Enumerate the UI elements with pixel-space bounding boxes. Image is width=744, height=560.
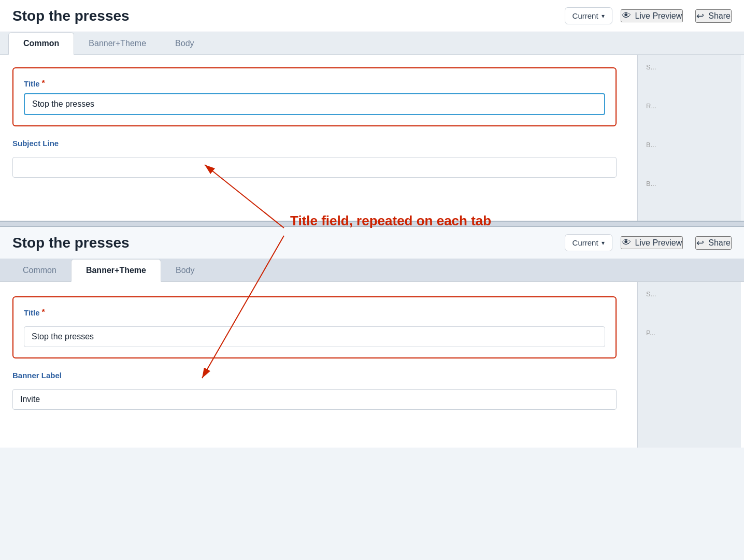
top-section: Stop the presses Current ▾ 👁 Live Previe…	[0, 0, 744, 221]
bottom-tabs: Common Banner+Theme Body	[0, 259, 744, 282]
top-title-required-star: *	[42, 79, 45, 88]
bottom-section: Stop the presses Current ▾ 👁 Live Previe…	[0, 227, 744, 448]
top-right-panel-hint1: S...	[646, 63, 733, 71]
top-subject-line-section: Subject Line	[12, 139, 617, 178]
bottom-share-button[interactable]: ↪ Share	[695, 236, 732, 250]
top-subject-line-input[interactable]	[12, 157, 617, 178]
bottom-share-label: Share	[708, 238, 731, 248]
bottom-banner-label-label: Banner Label	[12, 371, 617, 380]
bottom-tab-banner-theme[interactable]: Banner+Theme	[71, 259, 161, 282]
top-dropdown-label: Current	[573, 11, 598, 20]
bottom-current-dropdown[interactable]: Current ▾	[565, 234, 612, 251]
top-title-section: Title *	[12, 67, 617, 126]
bottom-page-title: Stop the presses	[12, 235, 556, 251]
top-header-actions: 👁 Live Preview ↪ Share	[621, 9, 732, 23]
top-tab-common[interactable]: Common	[8, 32, 74, 55]
bottom-banner-label-input[interactable]	[12, 389, 617, 410]
top-tab-body[interactable]: Body	[161, 33, 208, 54]
bottom-title-required-star: *	[42, 308, 45, 317]
top-right-panel-hint3: B...	[646, 141, 733, 149]
top-current-dropdown[interactable]: Current ▾	[565, 7, 612, 24]
top-title-label: Title *	[24, 79, 605, 88]
bottom-tab-body[interactable]: Body	[161, 260, 209, 281]
top-dropdown-chevron-icon: ▾	[602, 12, 605, 20]
top-share-icon: ↪	[696, 10, 704, 22]
top-right-panel-hint4: B...	[646, 180, 733, 188]
bottom-right-panel: S... P...	[637, 282, 741, 448]
bottom-dropdown-label: Current	[573, 238, 598, 247]
top-right-panel: S... R... B... B...	[637, 55, 741, 221]
top-share-label: Share	[708, 11, 731, 21]
bottom-live-preview-label: Live Preview	[635, 238, 682, 248]
bottom-title-input[interactable]	[24, 326, 605, 347]
bottom-tab-common[interactable]: Common	[8, 260, 71, 281]
bottom-dropdown-chevron-icon: ▾	[602, 239, 605, 247]
bottom-title-section: Title *	[12, 296, 617, 358]
top-share-button[interactable]: ↪ Share	[695, 9, 732, 23]
bottom-right-panel-hint1: S...	[646, 290, 733, 298]
bottom-title-label: Title *	[24, 308, 605, 317]
bottom-share-icon: ↪	[696, 237, 704, 249]
bottom-live-preview-button[interactable]: 👁 Live Preview	[621, 236, 683, 249]
bottom-right-panel-hint2: P...	[646, 329, 733, 337]
top-tabs: Common Banner+Theme Body	[0, 32, 744, 55]
top-live-preview-button[interactable]: 👁 Live Preview	[621, 9, 683, 22]
bottom-banner-label-section: Banner Label	[12, 371, 617, 410]
top-live-preview-label: Live Preview	[635, 11, 682, 21]
top-title-input[interactable]	[24, 93, 605, 115]
top-tab-banner-theme[interactable]: Banner+Theme	[74, 33, 161, 54]
top-page-title: Stop the presses	[12, 8, 556, 24]
section-divider	[0, 221, 744, 227]
top-eye-icon: 👁	[622, 10, 631, 21]
bottom-eye-icon: 👁	[622, 237, 631, 248]
bottom-header: Stop the presses Current ▾ 👁 Live Previe…	[0, 227, 744, 259]
bottom-header-actions: 👁 Live Preview ↪ Share	[621, 236, 732, 250]
top-subject-line-label: Subject Line	[12, 139, 617, 148]
top-right-panel-hint2: R...	[646, 102, 733, 110]
top-header: Stop the presses Current ▾ 👁 Live Previe…	[0, 0, 744, 32]
